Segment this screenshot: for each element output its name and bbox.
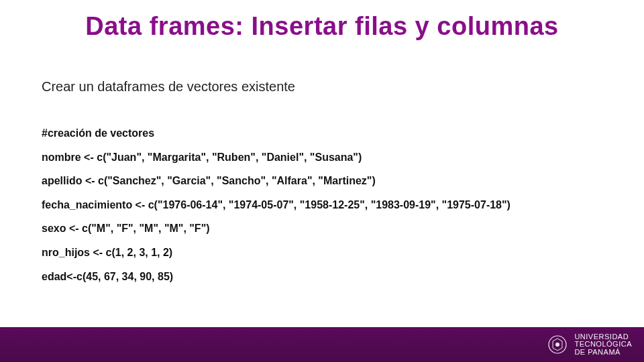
code-comment: #creación de vectores xyxy=(42,125,619,142)
svg-point-1 xyxy=(555,343,559,347)
code-line: apellido <- c("Sanchez", "Garcia", "Sanc… xyxy=(42,172,619,190)
footer-bar: UNIVERSIDAD TECNOLÓGICA DE PANAMÁ xyxy=(0,327,644,362)
code-line: edad<-c(45, 67, 34, 90, 85) xyxy=(42,268,619,286)
code-line: nombre <- c("Juan", "Margarita", "Ruben"… xyxy=(42,149,619,166)
slide: Data frames: Insertar filas y columnas C… xyxy=(0,0,644,362)
code-block: #creación de vectores nombre <- c("Juan"… xyxy=(42,125,619,292)
code-line: nro_hijos <- c(1, 2, 3, 1, 2) xyxy=(42,244,619,261)
subtitle: Crear un dataframes de vectores existent… xyxy=(42,79,295,95)
code-line: fecha_nacimiento <- c("1976-06-14", "197… xyxy=(42,196,619,214)
org-line-3: DE PANAMÁ xyxy=(574,349,632,357)
code-line: sexo <- c("M", "F", "M", "M", "F") xyxy=(42,220,619,237)
footer-org-name: UNIVERSIDAD TECNOLÓGICA DE PANAMÁ xyxy=(574,333,632,357)
utp-logo-icon xyxy=(547,335,568,355)
footer-logo: UNIVERSIDAD TECNOLÓGICA DE PANAMÁ xyxy=(547,333,632,357)
page-title: Data frames: Insertar filas y columnas xyxy=(0,12,644,41)
